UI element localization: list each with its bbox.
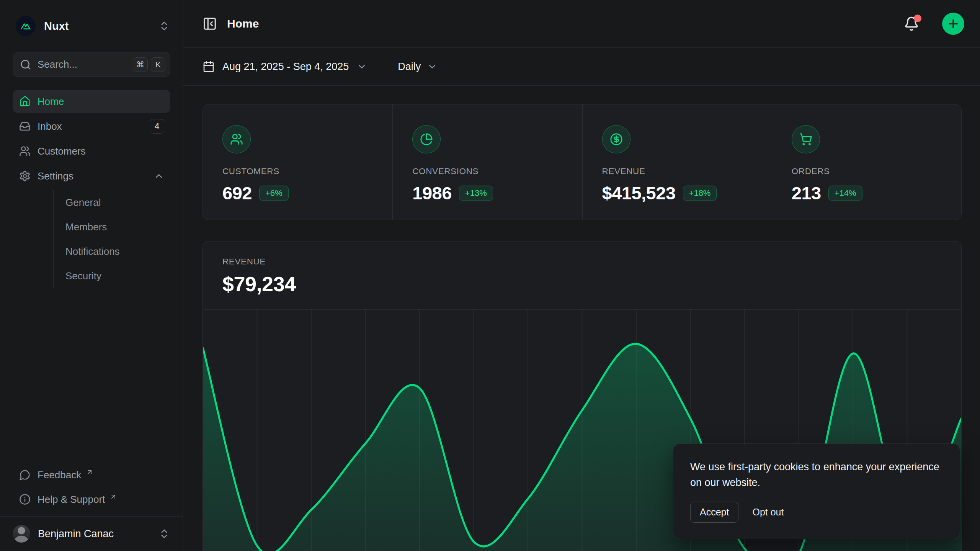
inbox-count-badge: 4 — [150, 119, 164, 134]
external-link-icon — [109, 493, 117, 500]
stat-label: CONVERSIONS — [412, 166, 582, 176]
cart-icon — [792, 125, 820, 153]
kbd-k: K — [151, 57, 165, 72]
user-name: Benjamin Canac — [38, 528, 151, 540]
stat-card-conversions[interactable]: CONVERSIONS 1986 +13% — [392, 104, 582, 220]
settings-subnav: General Members Notifications Security — [53, 190, 158, 288]
main-area: Home Aug 21, 2025 - Sep 4, 2025 — [183, 0, 980, 551]
collapse-sidebar-icon[interactable] — [203, 16, 217, 31]
stat-cards: CUSTOMERS 692 +6% CONVERSIONS 1986 +13% — [203, 104, 962, 220]
topbar: Home — [183, 0, 980, 48]
notifications-button[interactable] — [904, 16, 919, 31]
external-link-icon — [86, 468, 93, 476]
nuxt-logo-icon — [16, 16, 36, 36]
sidebar-nav: Home Inbox 4 Customers — [13, 90, 170, 288]
stat-delta-badge: +6% — [259, 186, 289, 201]
revenue-chart-header: REVENUE $79,234 — [203, 241, 961, 309]
users-icon — [222, 125, 251, 153]
chevron-down-icon — [427, 61, 438, 72]
help-support-link[interactable]: Help & Support — [13, 488, 170, 511]
dollar-circle-icon — [602, 125, 630, 153]
sidebar-item-home[interactable]: Home — [13, 90, 170, 113]
stat-value: $415,523 — [602, 183, 676, 204]
info-icon — [19, 494, 31, 505]
chevron-down-icon — [356, 61, 367, 72]
cookie-banner: We use first-party cookies to enhance yo… — [673, 443, 960, 539]
sidebar-item-notifications[interactable]: Notifications — [65, 239, 158, 264]
sidebar-item-settings[interactable]: Settings — [13, 165, 170, 187]
stat-delta-badge: +18% — [683, 186, 717, 201]
sub-item-label: Members — [65, 221, 107, 233]
workspace-name: Nuxt — [44, 20, 150, 33]
search-placeholder: Search... — [38, 59, 127, 70]
stat-card-customers[interactable]: CUSTOMERS 692 +6% — [203, 104, 392, 220]
stat-value: 1986 — [412, 183, 452, 204]
sidebar-spacer — [0, 288, 183, 463]
sidebar-item-customers[interactable]: Customers — [13, 140, 170, 163]
sidebar-footer: Feedback Help & Support — [0, 463, 183, 516]
pie-chart-icon — [412, 125, 441, 153]
revenue-chart-label: REVENUE — [222, 257, 942, 267]
home-icon — [19, 96, 31, 107]
search-icon — [20, 59, 31, 70]
stat-label: CUSTOMERS — [222, 166, 392, 176]
optout-cookies-button[interactable]: Opt out — [752, 502, 784, 522]
feedback-label: Feedback — [38, 469, 81, 481]
stat-label: ORDERS — [792, 166, 961, 176]
sidebar-item-label: Customers — [38, 145, 164, 157]
date-range-label: Aug 21, 2025 - Sep 4, 2025 — [222, 61, 349, 73]
sidebar-item-label: Home — [38, 96, 164, 108]
stat-delta-badge: +14% — [828, 186, 862, 201]
sidebar-item-general[interactable]: General — [65, 190, 158, 215]
date-range-picker[interactable]: Aug 21, 2025 - Sep 4, 2025 — [203, 60, 367, 73]
granularity-label: Daily — [398, 61, 421, 73]
users-icon — [19, 145, 31, 157]
chevrons-up-down-icon — [158, 20, 170, 32]
stat-label: REVENUE — [602, 166, 772, 176]
stat-value: 213 — [792, 183, 821, 204]
search-input[interactable]: Search... ⌘ K — [13, 52, 170, 77]
filter-bar: Aug 21, 2025 - Sep 4, 2025 Daily — [183, 48, 980, 86]
kbd-meta: ⌘ — [133, 57, 148, 72]
inbox-icon — [19, 121, 31, 132]
cookie-message: We use first-party cookies to enhance yo… — [690, 459, 943, 490]
sub-item-label: General — [65, 197, 101, 209]
feedback-link[interactable]: Feedback — [13, 463, 170, 486]
stat-delta-badge: +13% — [459, 186, 493, 201]
avatar — [13, 525, 30, 543]
notification-dot — [914, 15, 921, 22]
accept-cookies-button[interactable]: Accept — [690, 502, 738, 523]
sidebar-item-label: Inbox — [38, 121, 143, 132]
sidebar-item-label: Settings — [38, 170, 147, 182]
calendar-icon — [203, 60, 215, 73]
sidebar-item-members[interactable]: Members — [65, 215, 158, 239]
workspace-switcher[interactable]: Nuxt — [0, 0, 183, 37]
revenue-chart-value: $79,234 — [222, 272, 942, 296]
sidebar-item-inbox[interactable]: Inbox 4 — [13, 115, 170, 138]
sub-item-label: Notifications — [65, 246, 120, 258]
sidebar: Nuxt Search... ⌘ K Home — [0, 0, 183, 551]
help-support-label: Help & Support — [38, 494, 105, 505]
add-button[interactable] — [942, 13, 964, 35]
user-menu[interactable]: Benjamin Canac — [0, 517, 183, 551]
chevron-up-icon — [154, 171, 164, 181]
sub-item-label: Security — [65, 270, 101, 282]
sidebar-item-security[interactable]: Security — [65, 264, 158, 288]
gear-icon — [19, 170, 31, 182]
chevrons-up-down-icon — [158, 528, 170, 540]
page-title: Home — [227, 17, 894, 30]
granularity-select[interactable]: Daily — [398, 61, 438, 73]
stat-value: 692 — [222, 183, 252, 204]
search-kbd-shortcut: ⌘ K — [133, 57, 165, 72]
message-bubble-icon — [19, 469, 31, 481]
plus-icon — [947, 17, 960, 30]
stat-card-revenue[interactable]: REVENUE $415,523 +18% — [582, 104, 772, 220]
stat-card-orders[interactable]: ORDERS 213 +14% — [772, 104, 961, 220]
